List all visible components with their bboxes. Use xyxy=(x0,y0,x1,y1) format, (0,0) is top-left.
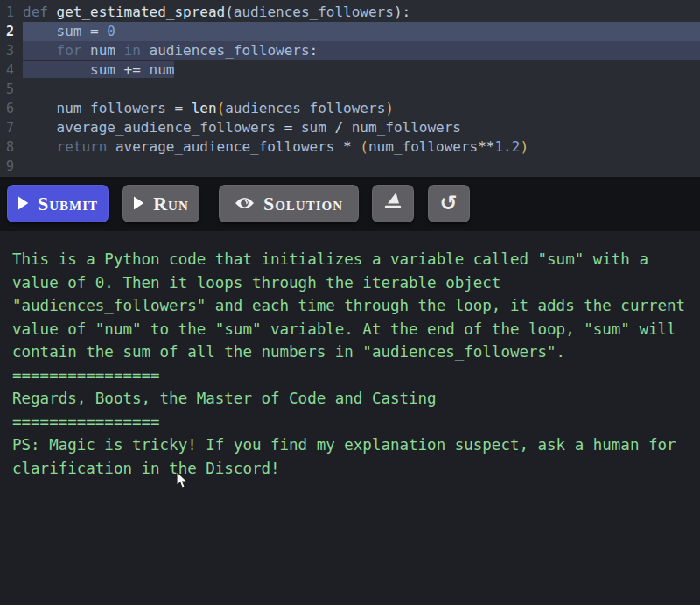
reset-button[interactable]: ↺ xyxy=(428,185,470,222)
code-line[interactable]: 9 xyxy=(0,157,700,176)
play-icon xyxy=(18,193,29,215)
line-number: 1 xyxy=(0,3,23,22)
solution-button[interactable]: Solution xyxy=(219,185,359,222)
code-line[interactable]: 2 sum = 0 xyxy=(0,22,700,41)
line-number: 3 xyxy=(0,41,23,60)
play-icon xyxy=(133,193,144,215)
toolbar: Submit Run Solution xyxy=(0,177,700,231)
submit-label: Submit xyxy=(38,193,98,215)
code-line[interactable]: 1def get_estimated_spread(audiences_foll… xyxy=(0,3,700,22)
app-window: 1def get_estimated_spread(audiences_foll… xyxy=(0,0,700,605)
submit-button[interactable]: Submit xyxy=(7,185,108,222)
code-lines: 1def get_estimated_spread(audiences_foll… xyxy=(0,3,700,176)
reset-icon: ↺ xyxy=(439,193,458,214)
code-line[interactable]: 7 average_audience_followers = sum / num… xyxy=(0,118,700,137)
eye-icon xyxy=(234,193,255,215)
line-number: 4 xyxy=(0,60,23,80)
line-number: 9 xyxy=(0,157,23,176)
run-button[interactable]: Run xyxy=(122,185,200,222)
output-panel: This is a Python code that initializes a… xyxy=(0,231,700,605)
line-number: 8 xyxy=(0,137,23,157)
code-line[interactable]: 5 xyxy=(0,80,700,99)
code-line[interactable]: 4 sum += num xyxy=(0,60,700,80)
line-number: 5 xyxy=(0,80,23,99)
boat-icon xyxy=(383,192,402,215)
code-line[interactable]: 6 num_followers = len(audiences_follower… xyxy=(0,99,700,118)
line-number: 2 xyxy=(0,22,23,41)
code-line[interactable]: 3 for num in audiences_followers: xyxy=(0,41,700,60)
run-label: Run xyxy=(153,193,189,215)
code-line[interactable]: 8 return average_audience_followers * (n… xyxy=(0,137,700,157)
code-editor[interactable]: 1def get_estimated_spread(audiences_foll… xyxy=(0,0,700,177)
line-number: 7 xyxy=(0,118,23,137)
solution-label: Solution xyxy=(263,193,343,215)
line-number: 6 xyxy=(0,99,23,118)
boat-button[interactable] xyxy=(372,185,414,222)
ai-explanation-text: This is a Python code that initializes a… xyxy=(12,248,688,480)
